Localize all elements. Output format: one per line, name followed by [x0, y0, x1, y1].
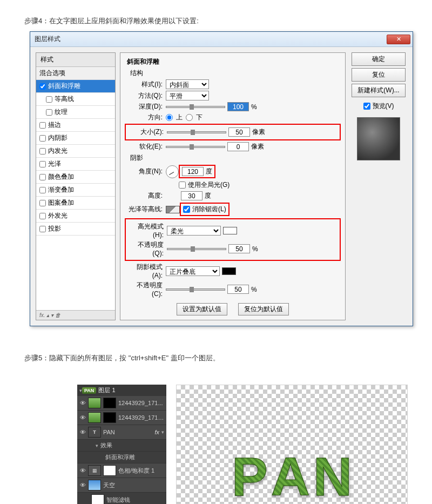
style-checkbox[interactable] [39, 161, 46, 167]
style-checkbox[interactable] [46, 96, 52, 103]
style-item-7[interactable]: 颜色叠加 [36, 171, 115, 184]
style-checkbox[interactable] [39, 200, 46, 206]
altitude-label: 高度: [127, 191, 164, 200]
style-item-11[interactable]: 投影 [36, 223, 115, 236]
layer-name: PAN [103, 429, 152, 435]
method-label: 方法(Q): [127, 91, 164, 100]
size-highlight: 大小(Z): 像素 [125, 124, 341, 140]
layer-row-2[interactable]: 👁TPANfx ▾ [77, 425, 166, 440]
depth-slider[interactable] [166, 106, 225, 108]
eye-icon[interactable]: 👁 [79, 467, 86, 474]
layer-name: 智能滤镜 [106, 496, 164, 504]
pan-text: P A N [232, 446, 352, 505]
styles-footer: fx. ▴ ▾ 🗑 [36, 310, 115, 320]
style-checkbox[interactable] [39, 135, 46, 142]
style-checkbox[interactable] [39, 213, 46, 219]
style-label: 光泽 [48, 159, 61, 169]
preview-check[interactable] [363, 103, 370, 110]
size-unit: 像素 [252, 127, 265, 137]
soften-label: 软化(E): [127, 142, 164, 151]
antialias-label: 消除锯齿(L) [192, 205, 226, 214]
angle-dial[interactable] [166, 165, 179, 178]
eye-icon[interactable]: 👁 [79, 482, 86, 488]
style-checkbox[interactable] [39, 226, 46, 232]
layer-name: 效果 [100, 441, 164, 449]
shadow-color[interactable] [222, 267, 236, 275]
style-label: 描边 [48, 120, 61, 130]
letter-a: A [271, 446, 310, 505]
shadow-mode-select[interactable]: 正片叠底 [166, 266, 220, 276]
layer-name: 天空 [103, 481, 164, 489]
style-select[interactable]: 内斜面 [166, 79, 209, 89]
style-item-3[interactable]: 描边 [36, 119, 115, 132]
soften-input[interactable] [227, 142, 249, 151]
highlight-block: 高光模式(H): 柔光 不透明度(Q): % [125, 218, 341, 261]
section-title: 斜面和浮雕 [127, 57, 339, 66]
opacity1-input[interactable] [228, 244, 250, 253]
ok-button[interactable]: 确定 [352, 52, 406, 66]
style-checkbox[interactable] [39, 187, 46, 193]
style-label: 内发光 [48, 146, 68, 156]
layer-name: 12443929_171... [118, 400, 164, 406]
dialog-title: 图层样式 [32, 35, 387, 44]
global-light-check[interactable] [179, 182, 186, 189]
layer-row-1[interactable]: 👁12443929_17173977720... [77, 411, 166, 425]
eye-icon[interactable]: 👁 [79, 414, 86, 421]
sub-structure: 结构 [130, 69, 339, 78]
style-item-2[interactable]: 纹理 [36, 106, 115, 119]
layer-row-4[interactable]: 斜面和浮雕 [77, 452, 166, 463]
close-button[interactable]: ✕ [387, 35, 410, 44]
soften-slider[interactable] [166, 146, 225, 148]
style-item-10[interactable]: 外发光 [36, 210, 115, 223]
highlight-color[interactable] [223, 227, 237, 234]
opacity2-slider[interactable] [166, 288, 225, 291]
soften-unit: 像素 [251, 142, 264, 151]
new-style-button[interactable]: 新建样式(W)... [352, 84, 406, 97]
layer-row-3[interactable]: ▾效果 [77, 440, 166, 452]
opacity1-slider[interactable] [167, 248, 226, 250]
style-checkbox[interactable] [46, 109, 52, 116]
style-item-0[interactable]: 斜面和浮雕 [36, 80, 115, 93]
highlight-mode-select[interactable]: 柔光 [167, 226, 221, 236]
style-item-5[interactable]: 内发光 [36, 145, 115, 158]
gloss-contour[interactable] [166, 206, 180, 213]
style-label: 颜色叠加 [48, 172, 74, 182]
layer-row-7[interactable]: 智能滤镜 [77, 493, 166, 504]
angle-label: 角度(N): [127, 167, 164, 176]
method-select[interactable]: 平滑 [166, 91, 209, 100]
step4-caption: 步骤4：在文字图层上应用斜面和浮雕效果使用以下设置: [24, 16, 408, 26]
dir-up-radio[interactable] [166, 114, 173, 121]
size-slider[interactable] [167, 131, 226, 133]
set-default-button[interactable]: 设置为默认值 [177, 303, 227, 315]
layer-row-5[interactable]: 👁▦色相/饱和度 1 [77, 463, 166, 478]
opacity2-input[interactable] [227, 285, 249, 294]
layer-row-6[interactable]: 👁天空 [77, 478, 166, 493]
layer-name: 色相/饱和度 1 [118, 467, 164, 475]
style-checkbox[interactable] [39, 83, 46, 90]
altitude-input[interactable] [181, 191, 202, 200]
dir-down-radio[interactable] [186, 114, 193, 121]
layer-row-0[interactable]: 👁12443929_171... [77, 396, 166, 411]
eye-icon[interactable]: 👁 [79, 429, 86, 435]
size-input[interactable] [228, 127, 250, 137]
opacity1-label: 不透明度(Q): [128, 240, 165, 257]
antialias-highlight: 消除锯齿(L) [180, 203, 230, 216]
layers-top[interactable]: ▾ PAN 图层 1 [77, 385, 166, 396]
cancel-button[interactable]: 复位 [352, 68, 406, 82]
angle-input[interactable] [182, 167, 204, 176]
style-item-6[interactable]: 光泽 [36, 158, 115, 171]
style-checkbox[interactable] [39, 148, 46, 154]
style-item-1[interactable]: 等高线 [36, 93, 115, 106]
eye-icon[interactable]: 👁 [79, 400, 86, 406]
layer-name: 12443929_17173977720... [118, 414, 164, 421]
blend-options[interactable]: 混合选项 [36, 67, 115, 80]
style-item-8[interactable]: 渐变叠加 [36, 184, 115, 197]
style-item-9[interactable]: 图案叠加 [36, 197, 115, 210]
style-item-4[interactable]: 内阴影 [36, 132, 115, 145]
depth-input[interactable] [227, 102, 249, 111]
opacity2-unit: % [251, 286, 257, 293]
style-checkbox[interactable] [39, 122, 46, 129]
reset-default-button[interactable]: 复位为默认值 [238, 303, 289, 315]
antialias-check[interactable] [183, 206, 190, 213]
style-checkbox[interactable] [39, 174, 46, 180]
